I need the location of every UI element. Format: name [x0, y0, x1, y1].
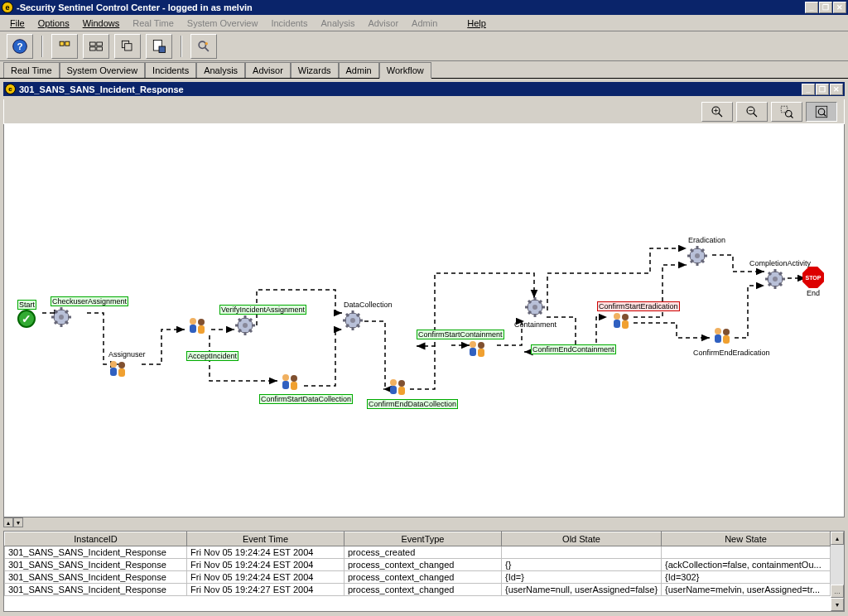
node-confirm-start-eradication[interactable]: ConfirmStartEradication: [597, 301, 680, 333]
menu-advisor: Advisor: [361, 17, 405, 30]
view1-button[interactable]: [51, 34, 78, 59]
node-confirm-end-eradication[interactable]: ConfirmEndEradication: [691, 326, 772, 358]
workflow-canvas[interactable]: Start ✓ CheckuserAssignment Assignuser A…: [3, 124, 845, 517]
tab-realtime[interactable]: Real Time: [3, 62, 60, 78]
label-end: End: [802, 288, 824, 298]
tab-wizards[interactable]: Wizards: [291, 62, 339, 78]
svg-point-12: [199, 41, 205, 48]
table-cell: {Id=}: [502, 571, 662, 584]
col-oldstate[interactable]: Old State: [502, 532, 662, 546]
scroll-down-button[interactable]: ▾: [831, 598, 844, 611]
col-newstate[interactable]: New State: [662, 532, 831, 546]
split-down-arrow[interactable]: ▾: [13, 517, 23, 527]
label-confirm-end-eradication: ConfirmEndEradication: [691, 348, 772, 358]
people-icon: [279, 373, 302, 392]
scroll-track[interactable]: [831, 545, 844, 585]
node-start[interactable]: Start ✓: [17, 300, 36, 328]
inner-app-icon: e: [5, 84, 16, 94]
help-button[interactable]: ?: [7, 34, 33, 59]
tab-analysis[interactable]: Analysis: [196, 62, 245, 78]
node-confirm-end-data-collection[interactable]: ConfirmEndDataCollection: [367, 378, 458, 409]
tab-workflow[interactable]: Workflow: [379, 62, 431, 79]
svg-rect-5: [97, 42, 103, 46]
table-row[interactable]: 301_SANS_SANS_Incident_ResponseFri Nov 0…: [5, 559, 831, 571]
tab-admin[interactable]: Admin: [339, 62, 379, 78]
scroll-up-button[interactable]: ▴: [831, 532, 844, 545]
menu-admin: Admin: [405, 17, 444, 30]
view2-button[interactable]: [83, 34, 109, 59]
tab-sysoverview[interactable]: System Overview: [60, 62, 146, 78]
zoom-region-button[interactable]: [771, 102, 802, 122]
table-cell: Fri Nov 05 19:24:24 EST 2004: [187, 571, 344, 584]
split-up-arrow[interactable]: ▴: [3, 517, 13, 527]
table-cell: {Id=302}: [662, 571, 831, 584]
minimize-button[interactable]: _: [805, 2, 818, 13]
node-check-user-assignment[interactable]: CheckuserAssignment: [51, 296, 128, 330]
label-accept-incident: AcceptIncident: [186, 351, 238, 361]
zoom-fit-button[interactable]: [806, 102, 837, 122]
table-cell: Fri Nov 05 19:24:27 EST 2004: [187, 584, 344, 596]
table-row[interactable]: 301_SANS_SANS_Incident_ResponseFri Nov 0…: [5, 584, 831, 596]
menu-file[interactable]: File: [3, 17, 31, 30]
svg-line-27: [823, 113, 826, 116]
label-check-user-assignment: CheckuserAssignment: [51, 296, 128, 306]
gear-icon: [524, 296, 546, 318]
people-icon: [107, 359, 130, 379]
gear-icon: [51, 306, 72, 328]
node-confirm-start-data-collection[interactable]: ConfirmStartDataCollection: [259, 373, 353, 404]
label-eradication: Eradication: [687, 235, 727, 245]
scroll-ellipsis-button[interactable]: …: [831, 585, 844, 598]
svg-rect-9: [125, 43, 132, 50]
svg-point-14: [205, 42, 208, 45]
table-cell: Fri Nov 05 19:24:24 EST 2004: [187, 559, 344, 571]
inner-window-title: 301_SANS_SANS_Incident_Response: [19, 84, 802, 94]
col-instanceid[interactable]: InstanceID: [5, 532, 187, 546]
inner-maximize-button[interactable]: ❐: [816, 84, 829, 95]
svg-line-20: [754, 113, 758, 117]
node-confirm-start-containment[interactable]: ConfirmStartContainment: [417, 330, 504, 361]
table-scrollbar[interactable]: ▴ … ▾: [831, 532, 844, 611]
menu-sysoverview: System Overview: [181, 17, 265, 30]
close-button[interactable]: ✕: [833, 2, 846, 13]
tab-advisor[interactable]: Advisor: [245, 62, 291, 78]
svg-text:?: ?: [17, 41, 22, 51]
inner-minimize-button[interactable]: _: [802, 84, 815, 95]
node-verify-incident-assignment[interactable]: VerifyIncidentAssignment: [219, 305, 306, 338]
search-button[interactable]: [190, 34, 217, 59]
toolbar: ?: [0, 31, 848, 61]
svg-rect-4: [90, 42, 96, 46]
table-cell: 301_SANS_SANS_Incident_Response: [5, 571, 187, 584]
menu-analysis: Analysis: [314, 17, 361, 30]
menu-options[interactable]: Options: [31, 17, 76, 30]
table-row[interactable]: 301_SANS_SANS_Incident_ResponseFri Nov 0…: [5, 546, 831, 559]
zoom-in-button[interactable]: [701, 102, 733, 122]
table-cell: {userName=null, userAssigned=false}: [502, 584, 662, 596]
svg-rect-3: [65, 41, 70, 46]
node-data-collection[interactable]: DataCollection: [327, 300, 394, 333]
table-cell: 301_SANS_SANS_Incident_Response: [5, 546, 187, 559]
node-containment[interactable]: Containment: [513, 296, 558, 330]
app-icon: e: [2, 2, 13, 13]
node-eradication[interactable]: Eradication: [675, 235, 727, 268]
tab-incidents[interactable]: Incidents: [145, 62, 196, 78]
save-view-button[interactable]: [146, 34, 172, 59]
zoom-out-button[interactable]: [736, 102, 768, 122]
menu-windows[interactable]: Windows: [76, 17, 127, 30]
stop-icon: STOP: [802, 267, 824, 288]
col-eventtime[interactable]: Event Time: [187, 532, 344, 546]
table-row[interactable]: 301_SANS_SANS_Incident_ResponseFri Nov 0…: [5, 571, 831, 584]
people-icon: [387, 378, 410, 397]
menu-help[interactable]: Help: [460, 17, 493, 30]
maximize-button[interactable]: ❐: [819, 2, 832, 13]
table-cell: {}: [502, 559, 662, 571]
events-table[interactable]: InstanceID Event Time EventType Old Stat…: [4, 532, 831, 596]
svg-line-16: [719, 113, 723, 117]
node-assign-user[interactable]: Assignuser: [107, 349, 147, 381]
svg-line-24: [791, 115, 793, 118]
col-eventtype[interactable]: EventType: [344, 532, 502, 546]
people-icon: [466, 339, 489, 359]
inner-close-button[interactable]: ✕: [830, 84, 843, 95]
node-confirm-end-containment[interactable]: ConfirmEndContainment: [531, 344, 616, 354]
cascade-button[interactable]: [114, 34, 141, 59]
node-end[interactable]: STOP End: [802, 267, 824, 298]
